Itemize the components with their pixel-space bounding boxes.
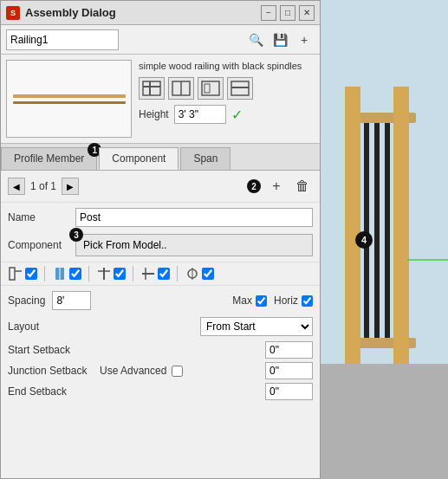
name-row: Name [8,208,313,227]
preview-area: simple wood railing with black spindles … [1,55,320,144]
layout-row: Layout From Start Centered From End [1,315,320,338]
toolbar-icons: 🔍 💾 + [245,29,315,50]
use-advanced-checkbox[interactable] [172,366,183,377]
3d-scene: 4 [321,0,448,479]
placement-icon-1[interactable] [8,266,23,282]
layout-label: Layout [8,320,51,333]
nav-prev-button[interactable]: ◀ [8,178,25,195]
maximize-button[interactable]: □ [280,5,295,21]
height-input[interactable] [174,105,226,124]
spacing-row: Spacing Max Horiz [1,286,320,315]
svg-rect-29 [385,123,390,338]
nav-page-text: 1 of 1 [30,180,56,192]
icon-group-4 [140,266,170,282]
tab-profile-member[interactable]: Profile Member 1 [1,147,97,170]
layout-select[interactable]: From Start Centered From End [200,317,313,336]
junction-setback-row: Junction Setback Use Advanced [8,362,313,379]
name-field[interactable] [75,208,313,227]
junction-setback-input[interactable] [265,362,313,379]
nav-row: ◀ 1 of 1 ▶ 2 + 🗑 [1,171,320,203]
checkbox-1[interactable] [25,268,37,280]
pick-from-model-button[interactable]: 3 Pick From Model.. [75,234,313,256]
svg-rect-26 [393,87,409,364]
checkbox-2[interactable] [69,268,81,280]
max-checkbox[interactable] [256,295,267,307]
add-component-button[interactable]: + [266,176,287,197]
description-text: simple wood railing with black spindles [139,60,315,72]
svg-rect-0 [13,94,126,98]
checkbox-3[interactable] [114,268,126,280]
nav-right: 2 + 🗑 [247,176,313,197]
search-button[interactable]: 🔍 [245,29,266,50]
preview-right: simple wood railing with black spindles … [139,60,315,138]
tab-span[interactable]: Span [180,147,230,170]
spacing-label: Spacing [8,295,45,307]
style-icons-row [139,77,315,100]
svg-rect-25 [345,87,360,364]
component-row: Component 3 Pick From Model.. [8,234,313,256]
assembly-dialog: S Assembly Dialog − □ ✕ 🔍 💾 + simple woo… [0,0,321,479]
separator-2 [88,266,89,282]
placement-icon-2[interactable] [52,266,68,282]
name-label: Name [8,211,68,223]
svg-rect-4 [149,81,151,95]
window-controls: − □ ✕ [261,5,315,21]
railing-svg [13,86,126,112]
placement-icon-3[interactable] [96,266,112,282]
delete-component-button[interactable]: 🗑 [292,176,313,197]
nav-next-button[interactable]: ▶ [62,178,79,195]
start-setback-input[interactable] [265,341,313,359]
separator-4 [177,266,178,282]
start-setback-row: Start Setback [8,341,313,359]
app-icon: S [6,6,20,20]
checkbox-5[interactable] [202,268,214,280]
end-setback-label: End Setback [8,385,94,398]
style-icon-2[interactable] [168,77,194,100]
component-icons-toolbar [1,262,320,286]
separator-1 [44,266,45,282]
component-label: Component [8,239,68,251]
start-setback-label: Start Setback [8,344,94,356]
add-button[interactable]: + [294,29,315,50]
setback-section: Start Setback Junction Setback Use Advan… [1,338,320,404]
assembly-name-input[interactable] [6,29,119,50]
spacing-input[interactable] [52,291,91,310]
height-label: Height [139,108,169,120]
icon-group-2 [52,266,81,282]
svg-rect-11 [10,268,15,280]
tab-component[interactable]: Component [99,147,179,170]
svg-rect-1 [13,101,126,104]
minimize-button[interactable]: − [261,5,276,21]
end-setback-input[interactable] [265,383,313,400]
badge-2: 2 [247,179,261,193]
style-icon-4[interactable] [227,77,253,100]
dialog-title: Assembly Dialog [25,6,256,19]
svg-rect-3 [143,86,160,87]
svg-rect-28 [374,123,380,338]
svg-rect-22 [321,364,448,479]
height-row: Height ✓ [139,105,315,124]
checkbox-4[interactable] [158,268,170,280]
separator-3 [133,266,133,282]
junction-setback-label: Junction Setback [8,365,94,377]
height-confirm-icon[interactable]: ✓ [231,107,243,123]
badge-3: 3 [69,228,83,242]
svg-rect-8 [205,84,210,93]
style-icon-3[interactable] [198,77,224,100]
use-advanced-group: Use Advanced [100,365,260,377]
icon-group-1 [8,266,37,282]
badge-4: 4 [355,231,373,249]
placement-icon-5[interactable] [185,266,200,282]
tabs-row: Profile Member 1 Component Span [1,144,320,171]
style-icon-1[interactable] [139,77,165,100]
svg-rect-10 [231,87,249,88]
icon-group-5 [185,266,214,282]
main-toolbar: 🔍 💾 + [1,25,320,55]
save-button[interactable]: 💾 [269,29,290,50]
placement-icon-4[interactable] [140,266,156,282]
max-check-label: Max [232,295,267,307]
horiz-checkbox[interactable] [302,295,313,307]
end-setback-row: End Setback [8,383,313,400]
close-button[interactable]: ✕ [299,5,315,21]
title-bar: S Assembly Dialog − □ ✕ [1,1,320,25]
